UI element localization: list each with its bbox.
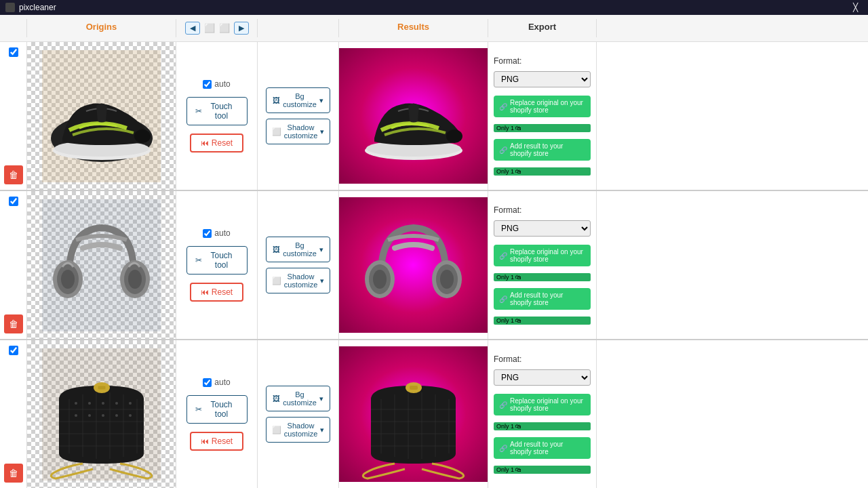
shopify-badge-icon4: 🛍 bbox=[515, 317, 521, 324]
shopify-icon4: 🔗 bbox=[499, 296, 507, 303]
row2-only-label2: Only 1 bbox=[496, 317, 514, 324]
row1-format-select[interactable]: PNG JPG WEBP bbox=[494, 71, 591, 87]
shopify-badge-icon3: 🛍 bbox=[515, 274, 521, 281]
row3-reset-button[interactable]: ⏮ Reset bbox=[190, 432, 243, 451]
table-row: 🗑 bbox=[0, 340, 868, 488]
shopify-badge-icon5: 🛍 bbox=[515, 423, 521, 430]
row3-shadow-customize-button[interactable]: ⬜ Shadow customize ▾ bbox=[266, 417, 330, 443]
row2-add-label: Add result to your shopify store bbox=[510, 291, 585, 306]
row1-touch-tool-button[interactable]: ✂ Touch tool bbox=[186, 97, 248, 125]
svg-point-14 bbox=[128, 270, 142, 289]
row1-shadow-customize-button[interactable]: ⬜ Shadow customize ▾ bbox=[266, 119, 330, 144]
row1-controls-cell: auto ✂ Touch tool ⏮ Reset bbox=[176, 42, 258, 190]
row3-bg-customize-button[interactable]: 🖼 Bg customize ▾ bbox=[266, 386, 330, 411]
page-icon1: ⬜ bbox=[204, 23, 215, 33]
row3-add-shopify-button[interactable]: 🔗 Add result to your shopify store bbox=[494, 437, 591, 459]
bg-icon3: 🖼 bbox=[273, 394, 280, 403]
row1-add-shopify-button[interactable]: 🔗 Add result to your shopify store bbox=[494, 139, 591, 161]
app-icon bbox=[5, 3, 15, 12]
svg-point-36 bbox=[129, 402, 132, 405]
row1-only-label1: Only 1 bbox=[496, 125, 514, 131]
row3-format-select[interactable]: PNG JPG WEBP bbox=[494, 369, 591, 386]
row1-reset-label: Reset bbox=[212, 138, 233, 148]
row2-only-label1: Only 1 bbox=[496, 274, 514, 281]
row3-select-cell: 🗑 bbox=[0, 340, 27, 488]
row1-checkbox[interactable] bbox=[9, 47, 18, 57]
row3-only-badge1: Only 1 🛍 bbox=[494, 422, 591, 430]
row3-replace-shopify-button[interactable]: 🔗 Replace original on your shopify store bbox=[494, 394, 591, 415]
app-title: pixcleaner bbox=[19, 3, 56, 12]
row1-bg-customize-button[interactable]: 🖼 Bg customize ▾ bbox=[266, 87, 330, 113]
row3-only-label2: Only 1 bbox=[496, 466, 514, 473]
row3-result-cell bbox=[339, 340, 488, 488]
row3-shadow-customize-label: Shadow customize bbox=[284, 422, 318, 438]
header-controls-col: ◀ ⬜ ⬜ ▶ bbox=[176, 19, 258, 37]
row2-bg-customize-button[interactable]: 🖼 Bg customize ▾ bbox=[266, 237, 330, 262]
bg-icon2: 🖼 bbox=[273, 245, 280, 253]
row2-add-shopify-button[interactable]: 🔗 Add result to your shopify store bbox=[494, 288, 591, 310]
row3-delete-button[interactable]: 🗑 bbox=[4, 464, 23, 483]
row2-auto-checkbox[interactable] bbox=[203, 229, 212, 238]
row2-reset-label: Reset bbox=[212, 287, 233, 297]
scissors-icon3: ✂ bbox=[195, 405, 202, 414]
page-icon2: ⬜ bbox=[219, 23, 230, 33]
row1-reset-button[interactable]: ⏮ Reset bbox=[190, 134, 243, 152]
dropdown-icon: ▾ bbox=[319, 96, 323, 105]
shopify-badge-icon2: 🛍 bbox=[515, 168, 521, 175]
row1-delete-button[interactable]: 🗑 bbox=[4, 165, 23, 184]
row3-only-badge2: Only 1 🛍 bbox=[494, 466, 591, 474]
header-export: Export bbox=[488, 19, 597, 37]
row1-result-bg bbox=[339, 48, 488, 184]
row2-format-label: Format: bbox=[494, 205, 521, 215]
row2-touch-tool-button[interactable]: ✂ Touch tool bbox=[186, 246, 248, 274]
row3-auto-checkbox[interactable] bbox=[203, 378, 212, 387]
row1-format-label: Format: bbox=[494, 56, 521, 66]
row2-customize-cell: 🖼 Bg customize ▾ ⬜ Shadow customize ▾ bbox=[258, 191, 339, 339]
row3-result-image bbox=[339, 346, 488, 482]
row2-result-bg bbox=[339, 197, 488, 333]
row2-controls-cell: auto ✂ Touch tool ⏮ Reset bbox=[176, 191, 258, 339]
row2-export-cell: Format: PNG JPG WEBP 🔗 Replace original … bbox=[488, 191, 597, 339]
svg-point-4 bbox=[134, 129, 151, 143]
svg-point-40 bbox=[115, 414, 118, 417]
row2-format-select[interactable]: PNG JPG WEBP bbox=[494, 220, 591, 237]
row2-only-badge2: Only 1 🛍 bbox=[494, 317, 591, 325]
row3-touch-tool-button[interactable]: ✂ Touch tool bbox=[186, 395, 248, 424]
nav-prev-button[interactable]: ◀ bbox=[185, 22, 200, 35]
shadow-icon: ⬜ bbox=[272, 127, 281, 136]
close-icon[interactable]: ╳ bbox=[853, 3, 863, 12]
row1-shadow-customize-label: Shadow customize bbox=[284, 123, 318, 140]
row1-replace-shopify-button[interactable]: 🔗 Replace original on your shopify store bbox=[494, 96, 591, 117]
row3-checkbox[interactable] bbox=[9, 346, 18, 355]
row2-delete-button[interactable]: 🗑 bbox=[4, 314, 23, 333]
row2-original-image bbox=[42, 199, 161, 331]
reset-icon2: ⏮ bbox=[201, 287, 209, 297]
row3-auto-option: auto bbox=[203, 378, 230, 387]
svg-point-33 bbox=[88, 402, 91, 405]
scissors-icon: ✂ bbox=[195, 106, 202, 116]
row3-only-label1: Only 1 bbox=[496, 423, 514, 430]
row1-only-label2: Only 1 bbox=[496, 168, 514, 175]
reset-icon3: ⏮ bbox=[201, 436, 209, 446]
table-row: 🗑 bbox=[0, 191, 868, 340]
row1-auto-checkbox[interactable] bbox=[203, 80, 212, 89]
row1-touch-tool-label: Touch tool bbox=[205, 102, 239, 121]
svg-rect-43 bbox=[98, 386, 106, 390]
row3-original-image-cell bbox=[27, 340, 176, 488]
row2-shadow-customize-button[interactable]: ⬜ Shadow customize ▾ bbox=[266, 268, 330, 293]
row1-replace-label: Replace original on your shopify store bbox=[510, 99, 585, 114]
svg-point-41 bbox=[129, 414, 132, 417]
row2-checkbox[interactable] bbox=[9, 197, 18, 206]
row3-result-bg bbox=[339, 346, 488, 482]
row1-result-cell bbox=[339, 42, 488, 190]
row1-add-label: Add result to your shopify store bbox=[510, 142, 585, 157]
row2-auto-option: auto bbox=[203, 228, 230, 238]
svg-rect-55 bbox=[410, 386, 418, 390]
row3-reset-label: Reset bbox=[212, 436, 233, 446]
row2-replace-shopify-button[interactable]: 🔗 Replace original on your shopify store bbox=[494, 245, 591, 266]
row2-reset-button[interactable]: ⏮ Reset bbox=[190, 283, 243, 302]
nav-next-button[interactable]: ▶ bbox=[234, 22, 249, 35]
svg-point-11 bbox=[61, 270, 75, 289]
row3-customize-cell: 🖼 Bg customize ▾ ⬜ Shadow customize ▾ bbox=[258, 340, 339, 488]
row2-bg-customize-label: Bg customize bbox=[283, 241, 317, 258]
